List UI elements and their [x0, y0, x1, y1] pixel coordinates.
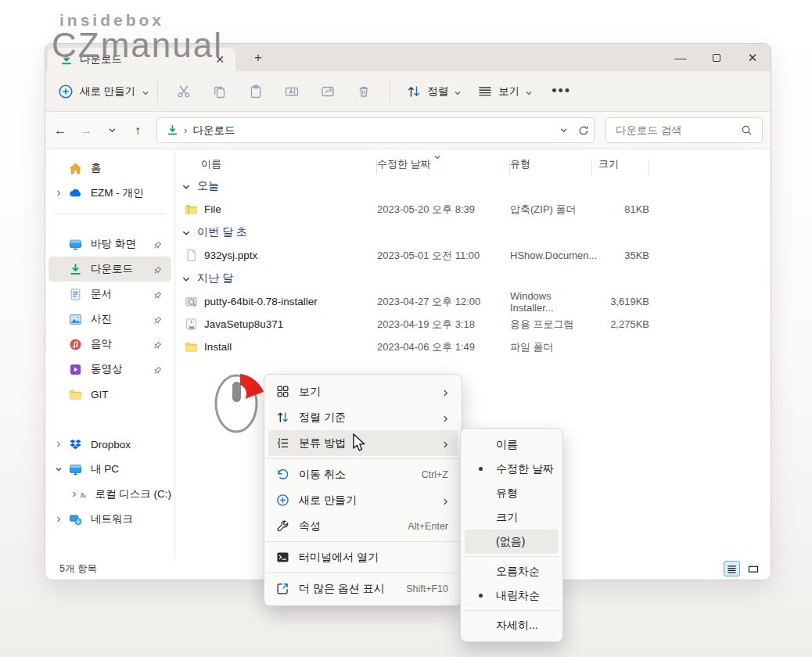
chevron-down-icon	[181, 228, 191, 237]
close-button[interactable]: ✕	[735, 44, 771, 71]
sidebar-item-disk[interactable]: 로컬 디스크 (C:)	[49, 482, 171, 507]
chevron-right-icon[interactable]	[49, 189, 69, 197]
menu-item[interactable]: 크기	[465, 505, 559, 530]
pin-icon	[153, 364, 162, 374]
menu-item[interactable]: 보기	[268, 379, 458, 404]
sidebar-item-document[interactable]: 문서	[49, 282, 171, 307]
more-options-ellipsis-icon[interactable]: •••	[552, 83, 571, 99]
sidebar-item-label: 사진	[91, 312, 112, 326]
cut-icon[interactable]	[176, 84, 192, 99]
delete-icon[interactable]	[356, 84, 372, 99]
menu-item-label: 분류 방법	[299, 436, 346, 451]
sidebar-item-pc[interactable]: 내 PC	[49, 457, 171, 482]
up-icon[interactable]: ↑	[127, 120, 149, 142]
column-header-date[interactable]: 수정한 날짜	[377, 157, 510, 171]
sidebar-item-desktop[interactable]: 바탕 화면	[49, 232, 171, 257]
view-button[interactable]: 보기	[477, 84, 533, 99]
menu-item[interactable]: 터미널에서 열기	[268, 544, 458, 570]
paste-icon[interactable]	[248, 84, 264, 99]
menu-divider	[266, 458, 460, 459]
column-divider[interactable]	[649, 160, 649, 174]
menu-item[interactable]: 정렬 기준	[268, 404, 458, 430]
menu-item[interactable]: 유형	[465, 481, 559, 505]
sidebar-item-home[interactable]: 홈	[49, 156, 171, 181]
group-header[interactable]: 지난 달	[175, 267, 771, 290]
table-row[interactable]: 932ysj.pptx2023-05-01 오전 11:00HShow.Docu…	[175, 244, 771, 267]
sidebar-item-pictures[interactable]: 사진	[49, 307, 171, 332]
rename-icon[interactable]	[284, 84, 300, 99]
group-header[interactable]: 이번 달 초	[175, 221, 771, 244]
menu-item[interactable]: 새로 만들기	[268, 487, 458, 513]
pin-icon	[153, 264, 162, 274]
menu-item-label: 더 많은 옵션 표시	[299, 582, 385, 596]
menu-item[interactable]: 이름	[465, 433, 559, 457]
menu-item[interactable]: 더 많은 옵션 표시Shift+F10	[268, 576, 458, 601]
file-date: 2023-04-06 오후 1:49	[377, 340, 510, 354]
table-row[interactable]: Install2023-04-06 오후 1:49파일 폴더	[175, 336, 771, 358]
music-icon	[69, 338, 82, 351]
new-button[interactable]: 새로 만들기	[58, 84, 149, 99]
chevron-right-icon	[441, 387, 450, 396]
chevron-right-icon[interactable]	[49, 515, 69, 523]
copy-icon[interactable]	[212, 84, 228, 99]
java-icon	[185, 318, 198, 331]
new-tab-button[interactable]: +	[246, 44, 271, 71]
menu-item[interactable]: 내림차순	[465, 583, 559, 608]
sort-button[interactable]: 정렬	[406, 84, 462, 99]
content-view-toggle[interactable]	[745, 561, 761, 576]
details-view-toggle[interactable]	[724, 561, 740, 576]
sidebar-item-onedrive[interactable]: EZM - 개인	[49, 181, 171, 206]
share-icon[interactable]	[320, 84, 336, 99]
chevron-right-icon[interactable]	[69, 490, 80, 498]
sidebar-item-dropbox[interactable]: Dropbox	[49, 432, 171, 457]
address-dropdown-icon[interactable]	[553, 126, 573, 135]
table-row[interactable]: JavaSetup8u3712023-04-19 오후 3:18응용 프로그램2…	[175, 313, 771, 336]
menu-item[interactable]: 오름차순	[465, 559, 559, 583]
file-date: 2023-05-20 오후 8:39	[377, 203, 510, 217]
breadcrumb[interactable]: 다운로드	[193, 124, 235, 138]
sidebar-item-folder[interactable]: GIT	[49, 382, 171, 407]
chevron-down-icon	[181, 274, 191, 283]
sidebar-divider	[55, 214, 165, 214]
file-date: 2023-04-19 오후 3:18	[377, 318, 510, 332]
page: insidebox CZmanual 다운로드 ✕ + — ✕	[0, 0, 812, 657]
menu-item[interactable]: 자세히...	[465, 613, 559, 637]
address-bar[interactable]: › 다운로드	[156, 117, 595, 143]
refresh-icon[interactable]	[573, 125, 594, 136]
column-header-size[interactable]: 크기	[592, 157, 649, 171]
history-chevron-icon[interactable]	[101, 120, 123, 142]
menu-item-label: 유형	[496, 486, 518, 501]
menu-item-label: 크기	[496, 511, 518, 525]
chevron-right-icon[interactable]	[49, 440, 69, 448]
column-header-type[interactable]: 유형	[510, 157, 592, 171]
videos-icon	[69, 363, 82, 376]
menu-item[interactable]: (없음)	[465, 530, 559, 554]
file-name-cell: JavaSetup8u371	[175, 318, 377, 331]
column-header-label: 크기	[598, 158, 619, 170]
group-header[interactable]: 오늘	[175, 174, 771, 198]
folder-icon	[69, 388, 82, 401]
column-header-name[interactable]: 이름	[175, 157, 377, 171]
forward-icon[interactable]: →	[75, 120, 97, 142]
menu-item[interactable]: 이동 취소Ctrl+Z	[268, 461, 458, 487]
sidebar-item-network[interactable]: 네트워크	[49, 507, 171, 532]
menu-item[interactable]: 수정한 날짜	[465, 457, 559, 481]
menu-item[interactable]: 속성Alt+Enter	[268, 513, 458, 539]
toolbar-divider	[390, 81, 390, 102]
home-icon	[69, 162, 82, 175]
table-row[interactable]: File2023-05-20 오후 8:39압축(ZIP) 폴더81KB	[175, 198, 771, 221]
table-row[interactable]: putty-64bit-0.78-installer2023-04-27 오후 …	[175, 290, 771, 313]
sidebar-item-download[interactable]: 다운로드	[49, 257, 171, 282]
minimize-button[interactable]: —	[663, 44, 699, 71]
file-date: 2023-05-01 오전 11:00	[377, 249, 510, 263]
sidebar-item-label: 내 PC	[91, 462, 119, 476]
chevron-down-icon[interactable]	[49, 465, 69, 473]
search-input[interactable]: 다운로드 검색	[605, 117, 763, 143]
sidebar-item-music[interactable]: 음악	[49, 332, 171, 357]
maximize-button[interactable]	[699, 44, 735, 71]
sidebar-item-label: EZM - 개인	[91, 186, 144, 200]
pc-icon	[69, 463, 82, 476]
back-icon[interactable]: ←	[49, 120, 71, 142]
sidebar-item-videos[interactable]: 동영상	[49, 357, 171, 382]
search-icon[interactable]	[741, 124, 753, 136]
